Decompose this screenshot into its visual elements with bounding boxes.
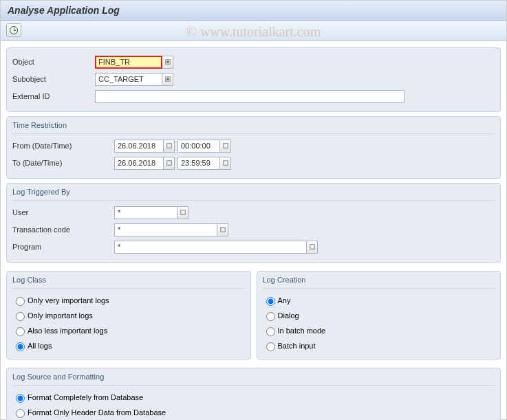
to-date-f4-button[interactable] [164, 157, 175, 170]
search-help-icon [220, 227, 226, 232]
log-source-opt2[interactable]: Format Only Header Data from Database [12, 405, 495, 420]
from-time-f4-button[interactable] [220, 140, 231, 153]
program-f4-button[interactable] [307, 241, 318, 254]
tcode-label: Transaction code [12, 225, 114, 234]
object-label: Object [12, 58, 95, 66]
from-time-input[interactable] [177, 140, 220, 153]
search-help-icon [310, 244, 315, 250]
search-help-icon [223, 160, 228, 166]
radio-label: In batch mode [278, 327, 326, 335]
user-input[interactable] [114, 206, 177, 219]
program-label: Program [12, 243, 114, 251]
radio-label: Only very important logs [28, 296, 109, 305]
object-f4-button[interactable] [162, 56, 173, 69]
svg-rect-3 [166, 78, 169, 80]
svg-rect-7 [223, 161, 227, 165]
object-input[interactable] [95, 56, 162, 69]
radio-label: Also less important logs [28, 327, 107, 335]
radio-label: Batch input [278, 342, 316, 350]
window-title: Analyse Application Log [1, 1, 506, 21]
radio-label: Only important logs [28, 311, 93, 320]
search-help-icon [223, 143, 228, 148]
log-creation-opt4[interactable]: Batch input [263, 338, 495, 353]
externalid-label: External ID [12, 92, 95, 100]
radio-label: All logs [28, 342, 52, 350]
from-label: From (Date/Time) [12, 142, 114, 150]
svg-rect-8 [180, 210, 184, 214]
externalid-input[interactable] [95, 90, 404, 103]
subobject-f4-button[interactable] [162, 73, 173, 86]
log-class-title: Log Class [12, 276, 245, 284]
time-restriction-group: Time Restriction From (Date/Time) To (Da… [6, 116, 501, 179]
search-help-icon [165, 76, 171, 82]
svg-rect-1 [166, 60, 169, 63]
log-creation-opt1[interactable]: Any [263, 293, 495, 308]
svg-rect-6 [166, 161, 171, 165]
subobject-label: Subobject [12, 75, 95, 83]
clock-icon [10, 26, 18, 34]
log-source-opt1[interactable]: Format Completely from Database [12, 390, 495, 405]
log-class-opt3[interactable]: Also less important logs [12, 323, 245, 338]
to-time-input[interactable] [177, 157, 220, 170]
svg-rect-4 [166, 144, 171, 148]
to-label: To (Date/Time) [12, 159, 114, 167]
search-help-icon [166, 160, 172, 166]
search-help-icon [180, 210, 186, 215]
program-input[interactable] [114, 241, 307, 254]
toolbar [1, 21, 506, 41]
radio-label: Any [278, 296, 291, 305]
to-date-input[interactable] [114, 157, 164, 170]
log-class-group: Log Class Only very important logs Only … [6, 271, 251, 360]
svg-rect-5 [223, 144, 227, 148]
radio-label: Format Only Header Data from Database [28, 408, 166, 417]
tcode-input[interactable] [114, 223, 217, 236]
log-creation-title: Log Creation [263, 276, 495, 284]
svg-rect-10 [310, 245, 314, 249]
log-triggered-title: Log Triggered By [12, 188, 495, 196]
user-label: User [12, 208, 114, 217]
log-class-opt1[interactable]: Only very important logs [12, 293, 245, 308]
user-f4-button[interactable] [177, 206, 188, 219]
radio-label: Dialog [278, 311, 299, 320]
log-class-opt2[interactable]: Only important logs [12, 308, 245, 323]
log-creation-opt3[interactable]: In batch mode [263, 323, 495, 338]
time-restriction-title: Time Restriction [12, 121, 495, 129]
subobject-input[interactable] [95, 73, 162, 86]
execute-button[interactable] [6, 23, 21, 37]
log-source-group: Log Source and Formatting Format Complet… [6, 368, 501, 420]
object-group: Object Subobject External ID [6, 47, 501, 112]
from-date-input[interactable] [114, 140, 164, 153]
log-triggered-group: Log Triggered By User Transaction code P… [6, 183, 501, 263]
radio-label: Format Completely from Database [28, 393, 143, 401]
log-creation-opt2[interactable]: Dialog [263, 308, 495, 323]
search-help-icon [166, 143, 172, 148]
from-date-f4-button[interactable] [164, 140, 175, 153]
tcode-f4-button[interactable] [217, 223, 228, 236]
log-source-title: Log Source and Formatting [12, 373, 495, 381]
log-creation-group: Log Creation Any Dialog In batch mode Ba… [257, 271, 501, 360]
log-class-opt4[interactable]: All logs [12, 338, 245, 353]
search-help-icon [165, 59, 171, 65]
svg-rect-9 [220, 228, 224, 232]
to-time-f4-button[interactable] [220, 157, 231, 170]
